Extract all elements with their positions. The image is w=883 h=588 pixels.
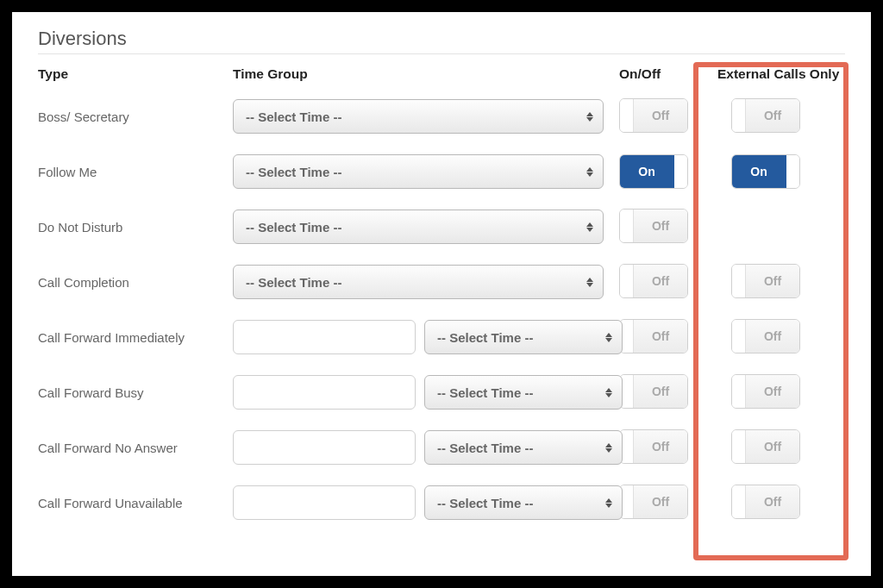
on-off-cell: Off — [619, 429, 697, 466]
external-calls-toggle[interactable]: Off — [731, 264, 800, 298]
on-off-toggle[interactable]: Off — [619, 374, 688, 409]
toggle-knob — [732, 265, 746, 297]
toggle-label: Off — [746, 485, 799, 518]
toggle-label: Off — [746, 320, 799, 353]
time-group-select[interactable]: -- Select Time -- — [233, 265, 604, 299]
select-value: -- Select Time -- — [437, 441, 533, 455]
chevron-updown-icon — [586, 109, 594, 123]
toggle-knob — [620, 99, 634, 132]
external-cell: Off — [712, 319, 867, 356]
toggle-label: Off — [634, 265, 687, 297]
toggle-label: Off — [634, 210, 687, 242]
toggle-label: On — [620, 155, 673, 188]
on-off-cell: Off — [619, 319, 697, 356]
on-off-toggle[interactable]: On — [619, 154, 688, 189]
on-off-toggle[interactable]: Off — [619, 485, 688, 519]
toggle-label: Off — [634, 375, 687, 408]
toggle-knob — [786, 155, 799, 188]
time-group-select[interactable]: -- Select Time -- — [424, 430, 623, 465]
toggle-label: Off — [634, 485, 687, 518]
external-cell: Off — [712, 374, 867, 411]
external-cell: Off — [712, 98, 867, 135]
external-calls-toggle[interactable]: On — [731, 154, 800, 189]
time-group-select[interactable]: -- Select Time -- — [233, 99, 604, 134]
on-off-toggle[interactable]: Off — [619, 209, 688, 243]
external-calls-toggle[interactable]: Off — [731, 429, 800, 464]
toggle-knob — [732, 485, 746, 518]
toggle-knob — [732, 320, 746, 353]
external-calls-toggle[interactable]: Off — [731, 485, 800, 519]
external-calls-toggle[interactable]: Off — [731, 98, 800, 133]
external-cell: Off — [712, 429, 867, 466]
on-off-toggle[interactable]: Off — [619, 429, 688, 464]
header-time-group: Time Group — [233, 66, 604, 89]
toggle-label: Off — [746, 265, 799, 297]
toggle-label: Off — [634, 99, 687, 132]
on-off-toggle[interactable]: Off — [619, 264, 688, 298]
select-value: -- Select Time -- — [246, 165, 341, 179]
external-cell: Off — [712, 264, 867, 301]
on-off-cell: On — [619, 154, 697, 189]
forward-number-input[interactable] — [233, 430, 416, 465]
toggle-label: Off — [634, 320, 687, 353]
chevron-updown-icon — [586, 275, 594, 289]
header-external: External Calls Only — [712, 66, 867, 89]
on-off-toggle[interactable]: Off — [619, 98, 688, 133]
chevron-updown-icon — [604, 496, 613, 510]
time-group-cell: -- Select Time -- — [233, 420, 604, 475]
time-group-select[interactable]: -- Select Time -- — [424, 320, 623, 354]
time-group-select[interactable]: -- Select Time -- — [424, 375, 623, 410]
chevron-updown-icon — [586, 220, 594, 234]
time-group-cell: -- Select Time -- — [233, 254, 604, 310]
chevron-updown-icon — [604, 330, 613, 344]
on-off-cell: Off — [619, 485, 697, 522]
toggle-knob — [732, 375, 746, 408]
toggle-label: Off — [634, 430, 687, 463]
row-label: Boss/ Secretary — [38, 91, 217, 143]
chevron-updown-icon — [604, 385, 613, 399]
row-label: Follow Me — [38, 146, 217, 198]
row-label: Call Forward Unavailable — [38, 477, 217, 529]
time-group-select[interactable]: -- Select Time -- — [233, 210, 604, 244]
toggle-knob — [673, 155, 687, 188]
external-calls-toggle[interactable]: Off — [731, 319, 800, 353]
header-type: Type — [38, 66, 217, 89]
time-group-select[interactable]: -- Select Time -- — [233, 154, 604, 189]
select-value: -- Select Time -- — [437, 385, 533, 400]
forward-number-input[interactable] — [233, 485, 416, 520]
on-off-toggle[interactable]: Off — [619, 319, 688, 353]
external-calls-toggle[interactable]: Off — [731, 374, 800, 409]
header-on-off: On/Off — [619, 66, 697, 89]
select-value: -- Select Time -- — [437, 330, 533, 345]
select-value: -- Select Time -- — [246, 220, 341, 235]
select-value: -- Select Time -- — [246, 275, 341, 290]
time-group-cell: -- Select Time -- — [233, 199, 604, 254]
time-group-cell: -- Select Time -- — [233, 475, 604, 530]
row-label: Call Completion — [38, 256, 217, 309]
toggle-knob — [732, 430, 746, 463]
on-off-cell: Off — [619, 98, 697, 135]
section-title: Diversions — [38, 28, 845, 54]
toggle-label: Off — [746, 99, 799, 132]
chevron-updown-icon — [604, 441, 613, 454]
toggle-knob — [732, 99, 746, 132]
time-group-select[interactable]: -- Select Time -- — [424, 485, 623, 520]
forward-number-input[interactable] — [233, 375, 416, 410]
toggle-knob — [620, 210, 634, 242]
row-label: Do Not Disturb — [38, 201, 217, 253]
toggle-knob — [620, 265, 634, 297]
diversions-panel: Diversions Type Time Group On/Off Extern… — [12, 12, 871, 576]
time-group-cell: -- Select Time -- — [233, 310, 604, 365]
row-label: Call Forward Immediately — [38, 311, 217, 364]
external-cell: Off — [712, 485, 867, 522]
time-group-cell: -- Select Time -- — [233, 144, 604, 199]
forward-number-input[interactable] — [233, 320, 416, 354]
select-value: -- Select Time -- — [246, 109, 341, 124]
toggle-label: Off — [746, 430, 799, 463]
diversions-table: Type Time Group On/Off External Calls On… — [38, 66, 845, 530]
on-off-cell: Off — [619, 264, 697, 301]
on-off-cell: Off — [619, 209, 697, 246]
chevron-updown-icon — [586, 165, 594, 178]
on-off-cell: Off — [619, 374, 697, 411]
select-value: -- Select Time -- — [437, 496, 533, 510]
